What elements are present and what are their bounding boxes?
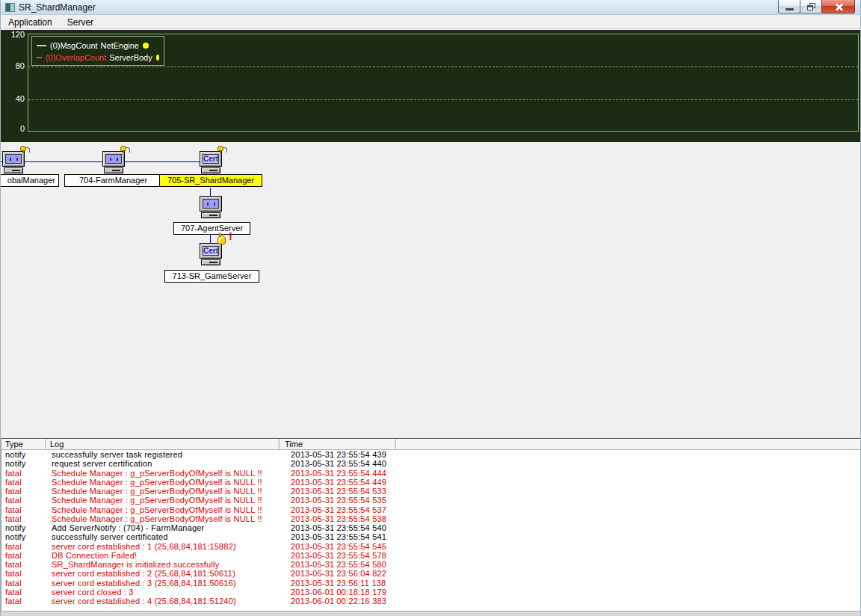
log-cell-time: 2013-05-31 23:55:54 541 bbox=[280, 532, 407, 541]
log-cell-time: 2013-05-31 23:55:54 578 bbox=[280, 551, 407, 560]
log-cell-time: 2013-05-31 23:55:54 449 bbox=[280, 478, 407, 487]
node-label-farmmanager[interactable]: 704-FarmManager bbox=[64, 174, 162, 187]
log-row[interactable]: fatalserver cord established : 1 (25,68,… bbox=[1, 542, 861, 551]
computer-icon-gameserver-cert[interactable]: Cert bbox=[199, 243, 223, 265]
window-title: SR_ShardManager bbox=[19, 2, 96, 13]
log-cell-time: 2013-05-31 23:55:54 537 bbox=[280, 505, 407, 514]
log-cell-time: 2013-05-31 23:55:54 580 bbox=[280, 560, 407, 569]
series-line-icon bbox=[37, 57, 42, 58]
menubar: Application Server bbox=[1, 16, 861, 29]
app-icon bbox=[5, 3, 15, 12]
log-cell-log: Schedule Manager : g_pServerBodyOfMyself… bbox=[46, 505, 280, 514]
ytick-80: 80 bbox=[1, 61, 25, 70]
log-cell-log: server cord established : 1 (25,68,84,18… bbox=[46, 542, 280, 551]
log-row[interactable]: notifyrequest server certification2013-0… bbox=[1, 459, 861, 468]
log-list: Type Log Time notifysuccessfully server … bbox=[1, 438, 861, 611]
node-label-shardmanager[interactable]: 705-SR_ShardManager bbox=[159, 174, 262, 187]
cert-screen: Cert bbox=[203, 246, 219, 256]
log-cell-log: Schedule Manager : g_pServerBodyOfMyself… bbox=[46, 469, 280, 478]
log-cell-log: Add ServerNotify : (704) - FarmManager bbox=[46, 523, 280, 532]
log-row[interactable]: fatalserver cord closed : 32013-06-01 00… bbox=[1, 588, 861, 597]
log-cell-type: notify bbox=[1, 459, 46, 468]
log-cell-time: 2013-06-01 00:22:16 383 bbox=[280, 597, 407, 606]
log-cell-type: fatal bbox=[1, 588, 46, 597]
node-label-gameserver[interactable]: 713-SR_GameServer bbox=[164, 270, 259, 283]
chart-legend: (0)MsgCount NetEngine (0)OverlapCount Se… bbox=[31, 36, 164, 66]
log-cell-log: server cord closed : 3 bbox=[46, 588, 280, 597]
log-row[interactable]: fatalSR_ShardManager is initialized succ… bbox=[1, 560, 861, 569]
window-controls bbox=[779, 0, 855, 14]
log-cell-time: 2013-05-31 23:56:11 138 bbox=[280, 579, 407, 588]
app-window: SR_ShardManager Application Server 120 8… bbox=[0, 0, 861, 616]
column-header-type[interactable]: Type bbox=[1, 439, 46, 449]
log-cell-type: notify bbox=[1, 523, 46, 532]
marker-dot-icon bbox=[143, 43, 149, 49]
log-row[interactable]: fatalSchedule Manager : g_pServerBodyOfM… bbox=[1, 496, 861, 505]
log-cell-log: server cord established : 2 (25,68,84,18… bbox=[46, 569, 280, 578]
menu-server[interactable]: Server bbox=[60, 16, 101, 28]
ytick-40: 40 bbox=[1, 94, 25, 103]
minimize-icon bbox=[786, 8, 794, 10]
ytick-0: 0 bbox=[1, 124, 25, 133]
log-cell-time: 2013-06-01 00:18:18 179 bbox=[280, 588, 407, 597]
close-button[interactable] bbox=[821, 0, 855, 13]
menu-application[interactable]: Application bbox=[1, 16, 60, 28]
log-row[interactable]: fatalDB Connection Failed!2013-05-31 23:… bbox=[1, 551, 861, 560]
log-cell-type: notify bbox=[1, 532, 46, 541]
log-cell-log: Schedule Manager : g_pServerBodyOfMyself… bbox=[46, 478, 280, 487]
log-row[interactable]: fatalSchedule Manager : g_pServerBodyOfM… bbox=[1, 469, 861, 478]
log-cell-time: 2013-05-31 23:56:04 822 bbox=[280, 569, 407, 578]
log-cell-type: fatal bbox=[1, 560, 46, 569]
log-cell-time: 2013-05-31 23:55:54 540 bbox=[280, 523, 407, 532]
log-row[interactable]: notifyAdd ServerNotify : (704) - FarmMan… bbox=[1, 523, 861, 532]
legend-entry-msgcount: (0)MsgCount NetEngine bbox=[37, 40, 159, 52]
column-header-filler bbox=[396, 439, 861, 449]
log-cell-time: 2013-05-31 23:55:54 535 bbox=[280, 496, 407, 505]
log-cell-type: fatal bbox=[1, 579, 46, 588]
log-cell-type: notify bbox=[1, 450, 46, 459]
server-topology: obalManager 704-FarmManager Cert 705-SR_… bbox=[1, 142, 861, 438]
log-cell-log: request server certification bbox=[46, 459, 280, 468]
hand-warning-icon: ! bbox=[217, 232, 232, 245]
log-cell-log: Schedule Manager : g_pServerBodyOfMyself… bbox=[46, 487, 280, 496]
log-cell-time: 2013-05-31 23:55:54 444 bbox=[280, 469, 407, 478]
titlebar: SR_ShardManager bbox=[1, 0, 861, 15]
log-header: Type Log Time bbox=[1, 439, 861, 450]
log-row[interactable]: fatalserver cord established : 3 (25,68,… bbox=[1, 579, 861, 588]
marker-dot-icon bbox=[156, 55, 159, 61]
log-cell-log: successfully server certificated bbox=[46, 532, 280, 541]
minimize-button[interactable] bbox=[778, 0, 800, 13]
log-cell-log: SR_ShardManager is initialized successfu… bbox=[46, 560, 280, 569]
log-cell-type: fatal bbox=[1, 597, 46, 606]
log-row[interactable]: fatalSchedule Manager : g_pServerBodyOfM… bbox=[1, 478, 861, 487]
log-row[interactable]: fatalSchedule Manager : g_pServerBodyOfM… bbox=[1, 505, 861, 514]
log-row[interactable]: notifysuccessfully server task registere… bbox=[1, 450, 861, 459]
log-cell-log: Schedule Manager : g_pServerBodyOfMyself… bbox=[46, 514, 280, 523]
log-row[interactable]: fatalSchedule Manager : g_pServerBodyOfM… bbox=[1, 487, 861, 496]
node-label-globalmanager[interactable]: obalManager bbox=[1, 174, 59, 187]
maximize-button[interactable] bbox=[800, 0, 822, 13]
legend-entry-overlapcount: (0)OverlapCount ServerBody bbox=[37, 52, 159, 64]
log-row[interactable]: fatalserver cord established : 2 (25,68,… bbox=[1, 569, 861, 578]
log-cell-log: successfully server task registered bbox=[46, 450, 280, 459]
log-cell-type: fatal bbox=[1, 569, 46, 578]
log-row[interactable]: fatalserver cord established : 4 (25,68,… bbox=[1, 597, 861, 606]
log-cell-log: DB Connection Failed! bbox=[46, 551, 280, 560]
performance-chart: 120 80 40 0 (0)MsgCount NetEngine (0)Ove… bbox=[1, 30, 861, 142]
column-header-log[interactable]: Log bbox=[46, 439, 280, 449]
column-header-time[interactable]: Time bbox=[280, 439, 396, 449]
log-cell-type: fatal bbox=[1, 496, 46, 505]
bell-icon bbox=[20, 146, 31, 156]
bell-icon bbox=[120, 146, 131, 156]
computer-icon-agentserver[interactable] bbox=[199, 196, 223, 218]
log-cell-type: fatal bbox=[1, 478, 46, 487]
log-cell-log: server cord established : 3 (25,68,84,18… bbox=[46, 579, 280, 588]
log-cell-time: 2013-05-31 23:55:54 538 bbox=[280, 514, 407, 523]
log-row[interactable]: notifysuccessfully server certificated20… bbox=[1, 532, 861, 541]
log-cell-type: fatal bbox=[1, 505, 46, 514]
plot-area: (0)MsgCount NetEngine (0)OverlapCount Se… bbox=[28, 34, 859, 132]
log-cell-time: 2013-05-31 23:55:54 545 bbox=[280, 542, 407, 551]
log-row[interactable]: fatalSchedule Manager : g_pServerBodyOfM… bbox=[1, 514, 861, 523]
node-label-agentserver[interactable]: 707-AgentServer bbox=[173, 222, 250, 235]
log-rows: notifysuccessfully server task registere… bbox=[1, 450, 861, 606]
